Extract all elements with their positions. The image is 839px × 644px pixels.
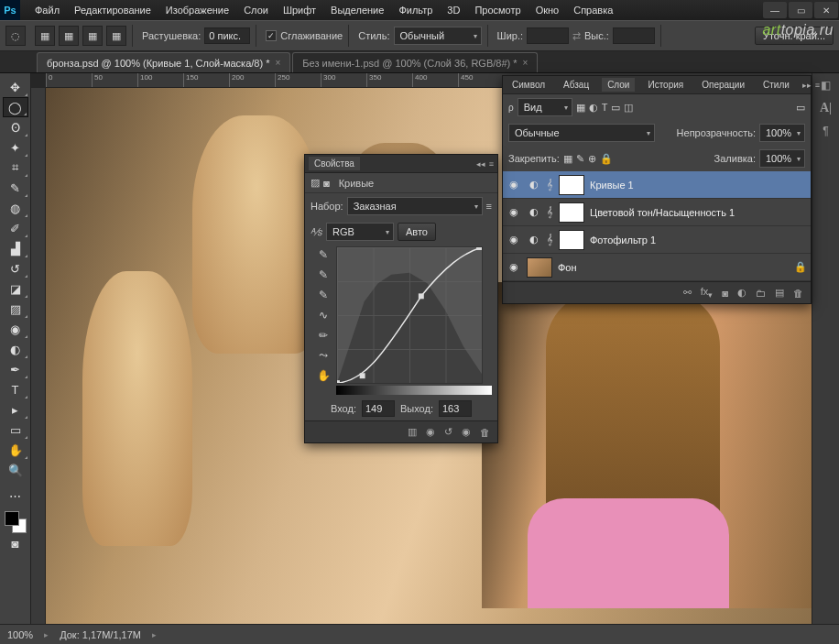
- mask-icon[interactable]: ◙: [323, 178, 330, 189]
- selection-new-icon[interactable]: ▦: [35, 26, 55, 46]
- tab-properties[interactable]: Свойства: [309, 157, 360, 170]
- eyedropper-gray-icon[interactable]: ✎: [319, 268, 328, 281]
- character-panel-icon[interactable]: A|: [820, 101, 832, 115]
- view-previous-icon[interactable]: ◉: [426, 426, 435, 438]
- foreground-color[interactable]: [5, 511, 19, 526]
- chevron-right-icon[interactable]: ▸: [152, 630, 157, 639]
- visibility-toggle[interactable]: ◉: [507, 206, 521, 218]
- auto-button[interactable]: Авто: [398, 223, 436, 241]
- curves-smooth-icon[interactable]: ⤳: [319, 349, 328, 362]
- input-gradient[interactable]: [336, 386, 492, 395]
- eyedropper-white-icon[interactable]: ✎: [319, 289, 328, 301]
- lock-all-icon[interactable]: 🔒: [600, 153, 613, 165]
- feather-input[interactable]: [204, 27, 250, 44]
- delete-layer-icon[interactable]: 🗑: [793, 288, 803, 299]
- layer-thumb[interactable]: [527, 257, 552, 278]
- quick-mask-toggle[interactable]: ◙: [3, 533, 28, 553]
- preset-select[interactable]: Заказная▾: [347, 197, 483, 215]
- selection-intersect-icon[interactable]: ▦: [106, 26, 126, 46]
- link-layers-icon[interactable]: ⚯: [683, 287, 692, 299]
- layer-fx-icon[interactable]: fx▾: [701, 286, 714, 300]
- antialias-checkbox[interactable]: ✓: [266, 30, 277, 41]
- eyedropper-black-icon[interactable]: ✎: [319, 248, 328, 261]
- type-tool[interactable]: T: [3, 379, 28, 399]
- lock-paint-icon[interactable]: ✎: [576, 153, 584, 165]
- tab-history[interactable]: История: [642, 78, 689, 92]
- visibility-toggle[interactable]: ◉: [507, 234, 521, 246]
- layer-name[interactable]: Фон: [558, 262, 577, 273]
- eraser-tool[interactable]: ◪: [3, 278, 28, 299]
- doc-tab-2[interactable]: Без имени-1.psd @ 100% (Слой 36, RGB/8#)…: [292, 52, 538, 72]
- layer-row[interactable]: ◉ Фон 🔒: [503, 254, 811, 281]
- zoom-tool[interactable]: 🔍: [3, 460, 28, 480]
- tab-character[interactable]: Символ: [507, 78, 550, 92]
- collapse-icon[interactable]: ◂◂: [476, 159, 485, 169]
- tab-actions[interactable]: Операции: [696, 78, 750, 92]
- curves-pencil-icon[interactable]: ✏: [319, 329, 328, 342]
- curves-edit-icon[interactable]: ∿: [319, 309, 328, 322]
- layer-name[interactable]: Цветовой тон/Насыщенность 1: [590, 207, 735, 218]
- pen-tool[interactable]: ✒: [3, 359, 28, 379]
- chevron-right-icon[interactable]: ▸: [44, 630, 49, 639]
- menu-image[interactable]: Изображение: [158, 0, 236, 20]
- path-select-tool[interactable]: ▸: [3, 399, 28, 420]
- zoom-level[interactable]: 100%: [7, 629, 33, 640]
- layer-name[interactable]: Фотофильтр 1: [590, 235, 656, 246]
- curves-input-value[interactable]: [362, 400, 395, 417]
- menu-select[interactable]: Выделение: [323, 0, 391, 20]
- layer-row[interactable]: ◉ ◐ 𝄞 Цветовой тон/Насыщенность 1: [503, 199, 811, 226]
- blend-mode-select[interactable]: Обычные▾: [508, 124, 655, 142]
- close-icon[interactable]: ×: [523, 58, 528, 68]
- menu-view[interactable]: Просмотр: [467, 0, 528, 20]
- hand-icon[interactable]: ✋: [317, 369, 331, 382]
- new-group-icon[interactable]: 🗀: [756, 288, 766, 299]
- layer-row[interactable]: ◉ ◐ 𝄞 Кривые 1: [503, 171, 811, 199]
- layer-row[interactable]: ◉ ◐ 𝄞 Фотофильтр 1: [503, 226, 811, 254]
- style-select[interactable]: Обычный▾: [394, 27, 482, 45]
- menu-edit[interactable]: Редактирование: [67, 0, 158, 20]
- curves-graph[interactable]: [336, 246, 483, 384]
- layer-kind-select[interactable]: Вид▾: [518, 98, 572, 116]
- menu-help[interactable]: Справка: [566, 0, 620, 20]
- paragraph-panel-icon[interactable]: ¶: [823, 125, 828, 137]
- visibility-toggle[interactable]: ◉: [507, 261, 521, 273]
- menu-window[interactable]: Окно: [528, 0, 567, 20]
- visibility-toggle[interactable]: ◉: [507, 179, 521, 191]
- delete-adjustment-icon[interactable]: 🗑: [480, 427, 490, 438]
- brush-tool[interactable]: ✐: [3, 218, 28, 238]
- minimize-button[interactable]: —: [763, 2, 787, 18]
- tool-preset-picker[interactable]: ◌: [5, 26, 26, 46]
- move-tool[interactable]: ✥: [3, 77, 28, 97]
- filter-pixel-icon[interactable]: ▦: [576, 102, 585, 114]
- blur-tool[interactable]: ◉: [3, 319, 28, 339]
- color-panel-icon[interactable]: ◧: [821, 79, 831, 92]
- new-adjustment-icon[interactable]: ◐: [737, 287, 746, 299]
- filter-smart-icon[interactable]: ◫: [624, 102, 633, 114]
- stamp-tool[interactable]: ▟: [3, 238, 28, 258]
- close-button[interactable]: ✕: [814, 2, 838, 18]
- panel-menu-icon[interactable]: ≡: [489, 159, 494, 169]
- layers-panel[interactable]: Символ Абзац Слои История Операции Стили…: [502, 75, 812, 304]
- selection-subtract-icon[interactable]: ▦: [82, 26, 103, 46]
- eyedropper-tool[interactable]: ✎: [3, 178, 28, 198]
- lasso-tool[interactable]: ʘ: [3, 117, 28, 137]
- properties-panel[interactable]: Свойства ◂◂≡ ▨ ◙ Кривые Набор: Заказная▾…: [304, 154, 498, 443]
- healing-tool[interactable]: ◍: [3, 198, 28, 218]
- add-mask-icon[interactable]: ◙: [722, 288, 728, 299]
- history-brush-tool[interactable]: ↺: [3, 258, 28, 278]
- filter-adjust-icon[interactable]: ◐: [589, 102, 598, 114]
- layer-mask-thumb[interactable]: [559, 202, 584, 223]
- menu-3d[interactable]: 3D: [440, 0, 467, 20]
- toggle-visibility-icon[interactable]: ◉: [462, 426, 471, 438]
- opacity-input[interactable]: 100%▾: [759, 124, 805, 142]
- color-swatches[interactable]: [5, 511, 27, 533]
- collapse-icon[interactable]: ▸▸: [802, 81, 812, 90]
- panel-menu-icon[interactable]: ≡: [815, 81, 820, 90]
- preset-menu-icon[interactable]: ≡: [486, 201, 492, 212]
- reset-icon[interactable]: ↺: [444, 426, 452, 438]
- maximize-button[interactable]: ▭: [789, 2, 812, 18]
- close-icon[interactable]: ×: [275, 58, 280, 68]
- lock-transparent-icon[interactable]: ▦: [563, 153, 572, 165]
- tab-styles[interactable]: Стили: [757, 78, 795, 92]
- hand-tool[interactable]: ✋: [3, 440, 28, 460]
